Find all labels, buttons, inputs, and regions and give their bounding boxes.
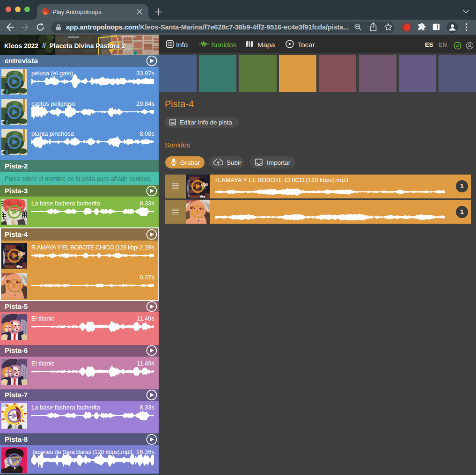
svg-text:Carrera del Darro: Carrera del Darro xyxy=(120,36,137,38)
svg-text:Cañaveral: Cañaveral xyxy=(68,36,79,38)
